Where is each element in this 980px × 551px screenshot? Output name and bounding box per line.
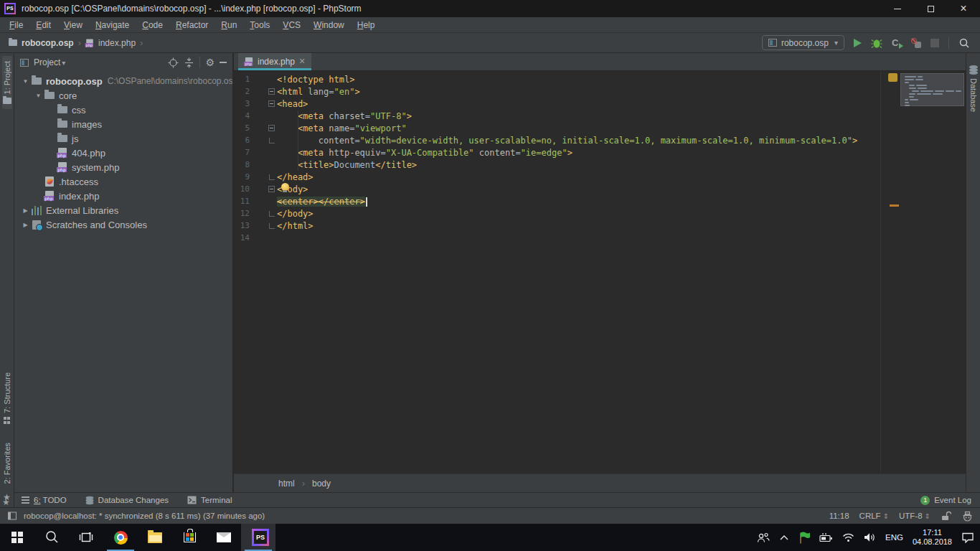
terminal-tool-button[interactable]: Terminal: [187, 496, 232, 504]
menu-refactor[interactable]: Refactor: [169, 20, 215, 30]
menu-navigate[interactable]: Navigate: [89, 20, 136, 30]
run-with-coverage-button[interactable]: C: [892, 38, 902, 48]
taskbar-phpstorm-button[interactable]: [241, 524, 275, 551]
tool-stripe-favorites[interactable]: 2: Favorites: [2, 438, 12, 489]
tool-stripe-structure[interactable]: 7: Structure: [2, 367, 12, 428]
tool-stripe-database[interactable]: Database: [969, 60, 979, 117]
taskbar-chrome-button[interactable]: [103, 524, 138, 551]
tree-item-scratches[interactable]: Scratches and Consoles: [14, 217, 232, 232]
fold-end-marker[interactable]: [269, 211, 275, 217]
tab-index-php[interactable]: index.php: [238, 53, 311, 70]
tree-item-index-php[interactable]: index.php: [14, 189, 232, 203]
chevron-down-icon[interactable]: [20, 78, 31, 85]
code-line[interactable]: 4 <meta charset="UTF-8">: [234, 110, 966, 122]
favorites-corner-star-icon[interactable]: [2, 495, 10, 508]
task-view-button[interactable]: [69, 524, 103, 551]
tree-item-external-libraries[interactable]: External Libraries: [14, 203, 232, 217]
close-tab-icon[interactable]: [299, 57, 305, 67]
fold-marker[interactable]: [268, 100, 275, 107]
collapse-all-button[interactable]: [184, 57, 194, 68]
run-button[interactable]: [854, 39, 862, 47]
menu-help[interactable]: Help: [351, 20, 382, 30]
database-changes-tool-button[interactable]: Database Changes: [85, 496, 169, 505]
menu-run[interactable]: Run: [215, 20, 243, 30]
todo-tool-button[interactable]: 6: TODO: [22, 496, 67, 504]
project-view-select[interactable]: Project: [34, 57, 65, 67]
hector-inspections-icon[interactable]: [962, 511, 973, 522]
chevron-down-icon[interactable]: [33, 93, 44, 99]
maximize-button[interactable]: [914, 0, 947, 17]
code-editor[interactable]: 1 <!doctype html> 2 <html lang="en"> 3 <…: [234, 71, 966, 474]
search-everywhere-button[interactable]: [958, 37, 970, 49]
menu-file[interactable]: File: [3, 20, 29, 30]
code-line[interactable]: 5 <meta name="viewport": [234, 122, 966, 134]
keyboard-language[interactable]: ENG: [885, 533, 903, 542]
breadcrumb-file[interactable]: index.php: [98, 38, 136, 48]
start-button[interactable]: [0, 524, 34, 551]
code-line[interactable]: 13 </html>: [234, 220, 966, 232]
gear-icon[interactable]: [205, 57, 215, 68]
ospanel-flag-icon[interactable]: [798, 532, 810, 544]
debug-bug-button[interactable]: [871, 37, 882, 49]
fold-end-marker[interactable]: [269, 223, 275, 229]
close-button[interactable]: [947, 0, 980, 17]
wifi-icon[interactable]: [842, 532, 854, 542]
intention-bulb-icon[interactable]: [281, 183, 289, 191]
fold-end-marker[interactable]: [269, 138, 275, 143]
chevron-right-icon[interactable]: [20, 222, 31, 228]
action-center-icon[interactable]: [961, 532, 974, 543]
run-configuration-select[interactable]: robocop.osp: [762, 35, 844, 50]
tree-item-css[interactable]: css: [14, 103, 232, 117]
event-log-button[interactable]: 1 Event Log: [920, 496, 971, 505]
hide-panel-button[interactable]: [220, 62, 227, 63]
taskbar-explorer-button[interactable]: [138, 524, 172, 551]
breadcrumb-html[interactable]: html: [278, 479, 295, 489]
tree-item-system-php[interactable]: system.php: [14, 160, 232, 174]
code-line[interactable]: 10 <body>: [234, 183, 966, 195]
menu-window[interactable]: Window: [307, 20, 351, 30]
battery-icon[interactable]: [819, 532, 833, 542]
chevron-right-icon[interactable]: [20, 207, 31, 214]
menu-vcs[interactable]: VCS: [276, 20, 307, 30]
menu-tools[interactable]: Tools: [243, 20, 276, 30]
tree-item-404-php[interactable]: 404.php: [14, 146, 232, 160]
tree-item-core[interactable]: core: [14, 88, 232, 103]
code-line[interactable]: 8 <title>Document</title>: [234, 159, 966, 171]
tree-item-project-root[interactable]: robocop.osp C:\OSPanel\domains\robocop.o…: [14, 74, 232, 88]
tree-item-htaccess[interactable]: .htaccess: [14, 174, 232, 189]
tree-item-js[interactable]: js: [14, 131, 232, 146]
taskbar-search-button[interactable]: [34, 524, 69, 551]
menu-edit[interactable]: Edit: [29, 20, 57, 30]
fold-marker[interactable]: [268, 125, 275, 131]
line-separator-select[interactable]: CRLF: [859, 512, 889, 520]
code-line[interactable]: 1 <!doctype html>: [234, 73, 966, 85]
code-line-current[interactable]: 11 <center></center>: [234, 195, 966, 207]
show-hidden-icons-chevron[interactable]: [779, 534, 789, 541]
code-line[interactable]: 6 content="width=device-width, user-scal…: [234, 134, 966, 146]
taskbar-clock[interactable]: 17:11 04.08.2018: [913, 528, 952, 547]
stop-button[interactable]: [930, 39, 939, 47]
code-line[interactable]: 12 </body>: [234, 207, 966, 220]
tool-stripe-project[interactable]: 1: Project: [2, 56, 12, 109]
people-icon[interactable]: [757, 532, 770, 543]
menu-view[interactable]: View: [57, 20, 89, 30]
fold-marker[interactable]: [268, 88, 275, 95]
taskbar-mail-button[interactable]: [207, 524, 241, 551]
code-line[interactable]: 7 <meta http-equiv="X-UA-Compatible" con…: [234, 146, 966, 159]
tool-window-toggle-icon[interactable]: [7, 511, 17, 521]
encoding-select[interactable]: UTF-8: [899, 512, 930, 520]
breadcrumb-project[interactable]: robocop.osp: [22, 38, 74, 48]
menu-code[interactable]: Code: [136, 20, 169, 30]
inspection-status-indicator[interactable]: [888, 73, 897, 82]
speaker-icon[interactable]: [864, 532, 876, 542]
taskbar-store-button[interactable]: [172, 524, 207, 551]
attach-debugger-button[interactable]: [911, 38, 921, 48]
tree-item-images[interactable]: images: [14, 117, 232, 131]
minimize-button[interactable]: [881, 0, 914, 17]
fold-marker[interactable]: [268, 186, 275, 192]
locate-file-button[interactable]: [168, 57, 179, 68]
code-line[interactable]: 14: [234, 232, 966, 244]
breadcrumb-body[interactable]: body: [312, 479, 331, 489]
fold-end-marker[interactable]: [269, 174, 275, 180]
code-line[interactable]: 2 <html lang="en">: [234, 85, 966, 98]
